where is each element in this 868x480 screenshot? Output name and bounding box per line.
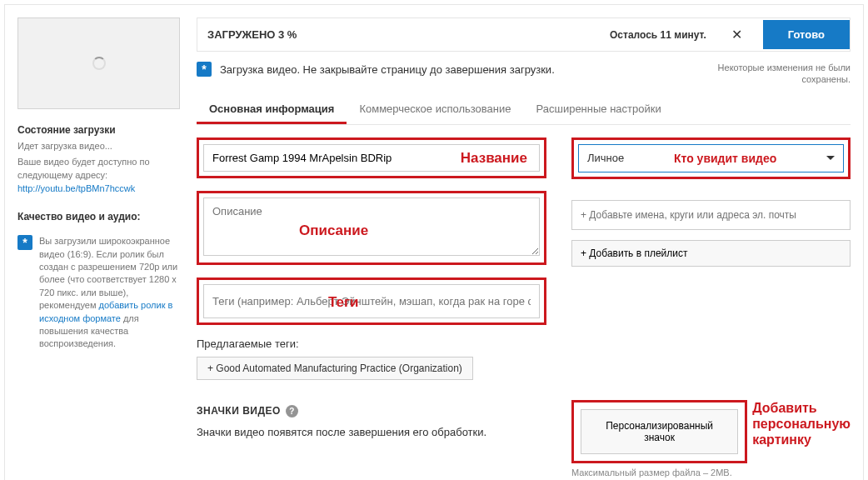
chevron-down-icon (826, 156, 835, 160)
suggested-tag-chip[interactable]: + Good Automated Manufacturing Practice … (197, 357, 473, 380)
spinner-icon (92, 57, 106, 70)
thumbnail-hint: Максимальный размер файла – 2MB. (571, 468, 747, 478)
suggested-tags-label: Предлагаемые теги: (197, 338, 546, 350)
quality-title: Качество видео и аудио: (17, 211, 180, 222)
thumbnails-info: Значки видео появятся после завершения е… (197, 426, 546, 438)
add-playlist-button[interactable]: + Добавить в плейлист (571, 240, 851, 267)
info-badge-icon: * (197, 62, 212, 77)
title-input[interactable] (203, 144, 540, 172)
privacy-value: Личное (587, 152, 624, 164)
tab-advanced[interactable]: Расширенные настройки (524, 96, 674, 124)
progress-label: ЗАГРУЖЕНО 3 % (197, 20, 307, 49)
thumbnails-header: ЗНАЧКИ ВИДЕО (197, 405, 281, 417)
url-intro-2: следующему адресу: (17, 170, 107, 180)
quality-text-1: Вы загрузили широкоэкранное видео (16:9)… (39, 236, 177, 310)
description-input[interactable] (203, 198, 540, 256)
close-icon[interactable]: ✕ (719, 18, 755, 51)
url-intro-1: Ваше видео будет доступно по (17, 157, 150, 167)
privacy-select[interactable]: Личное Кто увидит видео (578, 144, 844, 172)
changes-line-2: сохранены. (801, 74, 851, 84)
changes-line-1: Некоторые изменения не были (718, 62, 851, 72)
tab-commercial[interactable]: Коммерческое использование (347, 96, 523, 124)
share-with-input[interactable] (571, 200, 851, 230)
time-remaining: Осталось 11 минут. (610, 29, 706, 41)
annotation-custom-thumb: Добавить персональную картинку (752, 400, 851, 448)
tab-basic-info[interactable]: Основная информация (197, 96, 347, 124)
info-badge-icon: * (17, 235, 32, 250)
tags-input[interactable] (203, 284, 540, 318)
video-thumbnail-placeholder (17, 18, 180, 109)
custom-thumbnail-button[interactable]: Персонализированный значок (581, 409, 738, 454)
done-button[interactable]: Готово (763, 20, 850, 49)
annotation-privacy: Кто увидит видео (674, 152, 776, 165)
upload-status-title: Состояние загрузки (17, 124, 180, 136)
upload-status-text: Идет загрузка видео... (17, 140, 180, 152)
upload-progress-bar: ЗАГРУЖЕНО 3 % Осталось 11 минут. ✕ Готов… (197, 18, 851, 52)
help-icon[interactable]: ? (286, 405, 298, 418)
upload-status-message: Загрузка видео. Не закрывайте страницу д… (220, 63, 555, 76)
video-url-link[interactable]: http://youtu.be/tpBMn7hccwk (17, 183, 135, 193)
